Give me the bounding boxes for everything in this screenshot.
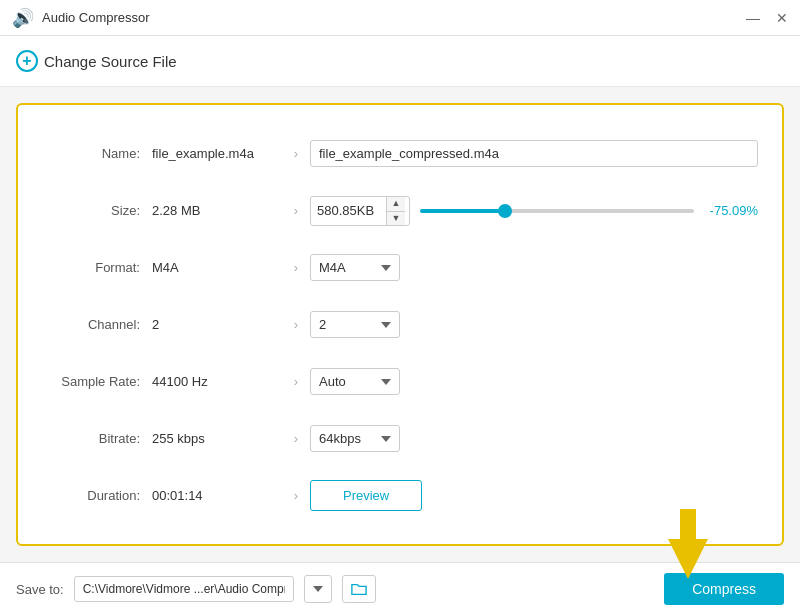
bottom-bar: Save to: Compress	[0, 562, 800, 615]
format-row: Format: M4A › M4A MP3 AAC FLAC OGG	[42, 248, 758, 288]
duration-control: Preview	[310, 480, 758, 511]
change-source-label: Change Source File	[44, 53, 177, 70]
size-row: Size: 2.28 MB › ▲ ▼ -75.09%	[42, 191, 758, 231]
bitrate-row: Bitrate: 255 kbps › 64kbps 128kbps 192kb…	[42, 419, 758, 459]
settings-card: Name: file_example.m4a › Size: 2.28 MB ›…	[16, 103, 784, 546]
sample-rate-original: 44100 Hz	[152, 374, 282, 389]
bitrate-label: Bitrate:	[42, 431, 152, 446]
channel-label: Channel:	[42, 317, 152, 332]
app-icon: 🔊	[12, 7, 34, 29]
add-file-icon: +	[16, 50, 38, 72]
main-content: Name: file_example.m4a › Size: 2.28 MB ›…	[0, 87, 800, 562]
change-source-button[interactable]: + Change Source File	[16, 46, 177, 76]
size-spinner: ▲ ▼	[386, 197, 405, 225]
preview-button[interactable]: Preview	[310, 480, 422, 511]
channel-control: 2 1	[310, 311, 758, 338]
duration-row: Duration: 00:01:14 › Preview	[42, 476, 758, 516]
format-original: M4A	[152, 260, 282, 275]
bitrate-control: 64kbps 128kbps 192kbps 256kbps	[310, 425, 758, 452]
minimize-button[interactable]: —	[746, 11, 760, 25]
channel-original: 2	[152, 317, 282, 332]
format-arrow: ›	[282, 260, 310, 275]
titlebar-left: 🔊 Audio Compressor	[12, 7, 150, 29]
slider-percent: -75.09%	[702, 203, 758, 218]
name-input[interactable]	[310, 140, 758, 167]
name-arrow: ›	[282, 146, 310, 161]
size-arrow: ›	[282, 203, 310, 218]
compress-button[interactable]: Compress	[664, 573, 784, 605]
size-original: 2.28 MB	[152, 203, 282, 218]
sample-rate-control: Auto 44100 Hz 22050 Hz 11025 Hz	[310, 368, 758, 395]
name-control	[310, 140, 758, 167]
save-to-label: Save to:	[16, 582, 64, 597]
app-title: Audio Compressor	[42, 10, 150, 25]
duration-label: Duration:	[42, 488, 152, 503]
size-control: ▲ ▼ -75.09%	[310, 196, 758, 226]
sample-rate-select[interactable]: Auto 44100 Hz 22050 Hz 11025 Hz	[310, 368, 400, 395]
duration-original: 00:01:14	[152, 488, 282, 503]
slider-wrap: -75.09%	[420, 203, 758, 218]
channel-arrow: ›	[282, 317, 310, 332]
name-row: Name: file_example.m4a ›	[42, 134, 758, 174]
size-input-wrap: ▲ ▼	[310, 196, 410, 226]
browse-folder-button[interactable]	[342, 575, 376, 603]
format-label: Format:	[42, 260, 152, 275]
toolbar: + Change Source File	[0, 36, 800, 87]
bitrate-select[interactable]: 64kbps 128kbps 192kbps 256kbps	[310, 425, 400, 452]
chevron-down-icon	[313, 586, 323, 592]
sample-rate-label: Sample Rate:	[42, 374, 152, 389]
size-up-button[interactable]: ▲	[387, 197, 405, 211]
size-slider[interactable]	[420, 209, 694, 213]
save-path-input[interactable]	[74, 576, 294, 602]
size-label: Size:	[42, 203, 152, 218]
name-original: file_example.m4a	[152, 146, 282, 161]
size-input[interactable]	[311, 198, 386, 223]
save-path-dropdown-button[interactable]	[304, 575, 332, 603]
titlebar-controls: — ✕	[746, 11, 788, 25]
close-button[interactable]: ✕	[776, 11, 788, 25]
name-label: Name:	[42, 146, 152, 161]
folder-icon	[351, 582, 367, 596]
sample-rate-arrow: ›	[282, 374, 310, 389]
format-control: M4A MP3 AAC FLAC OGG	[310, 254, 758, 281]
channel-select[interactable]: 2 1	[310, 311, 400, 338]
sample-rate-row: Sample Rate: 44100 Hz › Auto 44100 Hz 22…	[42, 362, 758, 402]
channel-row: Channel: 2 › 2 1	[42, 305, 758, 345]
bitrate-arrow: ›	[282, 431, 310, 446]
duration-arrow: ›	[282, 488, 310, 503]
titlebar: 🔊 Audio Compressor — ✕	[0, 0, 800, 36]
format-select[interactable]: M4A MP3 AAC FLAC OGG	[310, 254, 400, 281]
size-down-button[interactable]: ▼	[387, 211, 405, 225]
bitrate-original: 255 kbps	[152, 431, 282, 446]
